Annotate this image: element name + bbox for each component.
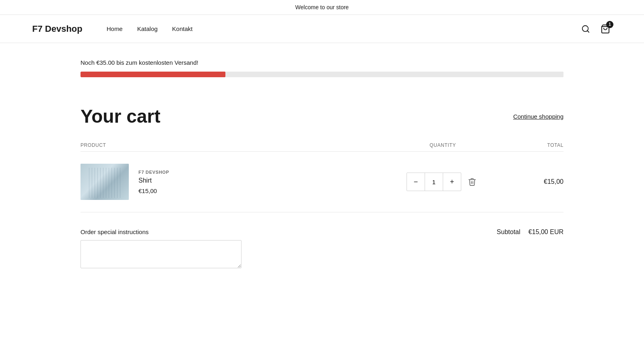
increase-quantity-button[interactable]: +: [443, 173, 461, 191]
cart-button[interactable]: 1: [599, 23, 612, 35]
instructions-label: Order special instructions: [80, 228, 314, 235]
nav-home[interactable]: Home: [107, 25, 123, 32]
header: F7 Devshop Home Katalog Kontakt 1: [0, 15, 644, 43]
shipping-section: Noch €35.00 bis zum kostenlosten Versand…: [80, 43, 564, 85]
shirt-thumbnail: [80, 164, 129, 200]
subtotal-value: €15,00 EUR: [528, 228, 564, 236]
column-total: TOTAL: [483, 142, 564, 148]
instructions-section: Order special instructions: [80, 228, 314, 270]
item-total: €15,00: [483, 178, 564, 185]
subtotal-label: Subtotal: [497, 228, 520, 236]
quantity-stepper: − +: [407, 173, 461, 191]
main-content: Noch €35.00 bis zum kostenlosten Versand…: [48, 43, 596, 286]
nav-katalog[interactable]: Katalog: [137, 25, 158, 32]
instructions-textarea[interactable]: [80, 240, 242, 268]
column-product: PRODUCT: [80, 142, 402, 148]
logo[interactable]: F7 Devshop: [32, 24, 83, 34]
product-name: Shirt: [138, 177, 169, 184]
product-cell: F7 DEVSHOP Shirt €15,00: [80, 164, 402, 200]
cart-badge: 1: [606, 21, 613, 28]
shipping-message: Noch €35.00 bis zum kostenlosten Versand…: [80, 59, 564, 66]
announcement-text: Welcome to our store: [295, 4, 349, 10]
quantity-cell: − +: [402, 173, 483, 191]
cart-table-header: PRODUCT QUANTITY TOTAL: [80, 139, 564, 152]
announcement-bar: Welcome to our store: [0, 0, 644, 15]
quantity-input[interactable]: [425, 173, 443, 191]
cart-item-row: F7 DEVSHOP Shirt €15,00 − +: [80, 152, 564, 212]
main-nav: Home Katalog Kontakt: [107, 25, 580, 32]
nav-kontakt[interactable]: Kontakt: [172, 25, 193, 32]
subtotal-row: Subtotal €15,00 EUR: [330, 228, 564, 236]
cart-title: Your cart: [80, 105, 161, 127]
delete-item-button[interactable]: [465, 175, 479, 189]
trash-icon: [468, 177, 477, 186]
product-price: €15,00: [138, 187, 169, 194]
search-icon: [581, 25, 590, 33]
footer-section: Order special instructions Subtotal €15,…: [80, 212, 564, 286]
continue-shopping-button[interactable]: Continue shopping: [513, 113, 564, 120]
progress-bar-container: [80, 72, 564, 77]
cart-header: Your cart Continue shopping: [80, 105, 564, 127]
search-button[interactable]: [580, 23, 592, 35]
subtotal-area: Subtotal €15,00 EUR: [330, 228, 564, 236]
product-info: F7 DEVSHOP Shirt €15,00: [138, 170, 169, 194]
header-icons: 1: [580, 23, 612, 35]
product-image: [80, 164, 129, 200]
product-vendor: F7 DEVSHOP: [138, 170, 169, 175]
progress-bar-fill: [80, 72, 225, 77]
svg-line-1: [587, 31, 589, 32]
column-quantity: QUANTITY: [402, 142, 483, 148]
decrease-quantity-button[interactable]: −: [407, 173, 425, 191]
cart-section: Your cart Continue shopping PRODUCT QUAN…: [80, 85, 564, 286]
